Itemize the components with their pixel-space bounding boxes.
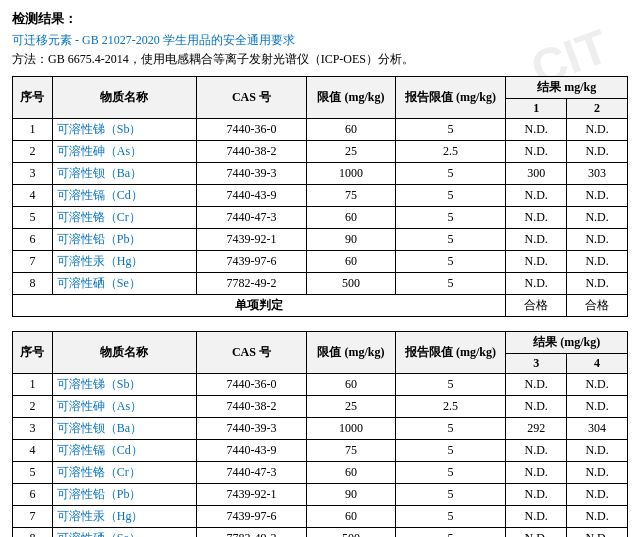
- cell-cas: 7440-43-9: [196, 440, 307, 462]
- cell-seq: 7: [13, 251, 53, 273]
- cell-cas: 7439-92-1: [196, 229, 307, 251]
- cell-seq: 8: [13, 273, 53, 295]
- cell-result-2: N.D.: [567, 119, 628, 141]
- cell-report: 5: [395, 207, 506, 229]
- table-row: 3可溶性钡（Ba）7440-39-310005292304: [13, 418, 628, 440]
- method-text: 方法：GB 6675.4-2014，使用电感耦合等离子发射光谱仪（ICP-OES…: [12, 51, 628, 68]
- footer-result-1: 合格: [506, 295, 567, 317]
- cell-report: 5: [395, 528, 506, 538]
- cell-result-2: N.D.: [567, 229, 628, 251]
- cell-cas: 7439-97-6: [196, 251, 307, 273]
- cell-result-2: N.D.: [567, 484, 628, 506]
- cell-report: 5: [395, 229, 506, 251]
- cell-result-2: N.D.: [567, 374, 628, 396]
- cell-seq: 1: [13, 119, 53, 141]
- cell-cas: 7782-49-2: [196, 273, 307, 295]
- cell-name: 可溶性砷（As）: [52, 396, 196, 418]
- cell-limit: 60: [307, 374, 395, 396]
- cell-report: 5: [395, 484, 506, 506]
- cell-result-2: 304: [567, 418, 628, 440]
- cell-limit: 75: [307, 185, 395, 207]
- cell-limit: 60: [307, 506, 395, 528]
- cell-report: 2.5: [395, 141, 506, 163]
- cell-seq: 7: [13, 506, 53, 528]
- cell-limit: 500: [307, 528, 395, 538]
- th-seq-2: 序号: [13, 332, 53, 374]
- footer-label: 单项判定: [13, 295, 506, 317]
- cell-cas: 7782-49-2: [196, 528, 307, 538]
- cell-cas: 7440-39-3: [196, 418, 307, 440]
- th-cas-1: CAS 号: [196, 77, 307, 119]
- cell-limit: 500: [307, 273, 395, 295]
- cell-result-1: N.D.: [506, 251, 567, 273]
- th-limit-1: 限值 (mg/kg): [307, 77, 395, 119]
- footer-row: 单项判定合格合格: [13, 295, 628, 317]
- cell-limit: 1000: [307, 163, 395, 185]
- cell-result-1: N.D.: [506, 273, 567, 295]
- cell-result-2: N.D.: [567, 185, 628, 207]
- cell-result-2: N.D.: [567, 273, 628, 295]
- cell-name: 可溶性钡（Ba）: [52, 418, 196, 440]
- cell-seq: 8: [13, 528, 53, 538]
- cell-name: 可溶性铅（Pb）: [52, 484, 196, 506]
- cell-report: 5: [395, 163, 506, 185]
- cell-result-1: N.D.: [506, 207, 567, 229]
- cell-seq: 2: [13, 396, 53, 418]
- cell-limit: 90: [307, 229, 395, 251]
- cell-limit: 60: [307, 207, 395, 229]
- cell-seq: 5: [13, 207, 53, 229]
- cell-result-1: N.D.: [506, 528, 567, 538]
- cell-report: 5: [395, 462, 506, 484]
- cell-limit: 1000: [307, 418, 395, 440]
- cell-name: 可溶性硒（Se）: [52, 273, 196, 295]
- cell-cas: 7440-38-2: [196, 141, 307, 163]
- th-name-2: 物质名称: [52, 332, 196, 374]
- cell-name: 可溶性铬（Cr）: [52, 462, 196, 484]
- cell-result-1: N.D.: [506, 484, 567, 506]
- cell-report: 5: [395, 185, 506, 207]
- cell-result-2: N.D.: [567, 396, 628, 418]
- cell-seq: 6: [13, 229, 53, 251]
- cell-limit: 60: [307, 251, 395, 273]
- table-row: 1可溶性锑（Sb）7440-36-0605N.D.N.D.: [13, 374, 628, 396]
- cell-result-2: 303: [567, 163, 628, 185]
- cell-seq: 5: [13, 462, 53, 484]
- cell-cas: 7440-39-3: [196, 163, 307, 185]
- cell-seq: 3: [13, 418, 53, 440]
- cell-seq: 4: [13, 185, 53, 207]
- cell-cas: 7440-38-2: [196, 396, 307, 418]
- cell-report: 5: [395, 273, 506, 295]
- standard-link: 可迁移元素 - GB 21027-2020 学生用品的安全通用要求: [12, 32, 628, 49]
- table-section-1: 序号 物质名称 CAS 号 限值 (mg/kg) 报告限值 (mg/kg) 结果…: [12, 76, 628, 317]
- cell-report: 5: [395, 418, 506, 440]
- cell-name: 可溶性砷（As）: [52, 141, 196, 163]
- th-r3: 3: [506, 354, 567, 374]
- th-name-1: 物质名称: [52, 77, 196, 119]
- cell-report: 5: [395, 251, 506, 273]
- table-row: 3可溶性钡（Ba）7440-39-310005300303: [13, 163, 628, 185]
- table-row: 8可溶性硒（Se）7782-49-25005N.D.N.D.: [13, 273, 628, 295]
- cell-limit: 25: [307, 141, 395, 163]
- cell-name: 可溶性铅（Pb）: [52, 229, 196, 251]
- footer-result-2: 合格: [567, 295, 628, 317]
- table-section-2: 序号 物质名称 CAS 号 限值 (mg/kg) 报告限值 (mg/kg) 结果…: [12, 331, 628, 537]
- table-row: 5可溶性铬（Cr）7440-47-3605N.D.N.D.: [13, 462, 628, 484]
- table-row: 7可溶性汞（Hg）7439-97-6605N.D.N.D.: [13, 251, 628, 273]
- cell-result-1: N.D.: [506, 506, 567, 528]
- result-table-1: 序号 物质名称 CAS 号 限值 (mg/kg) 报告限值 (mg/kg) 结果…: [12, 76, 628, 317]
- cell-cas: 7439-92-1: [196, 484, 307, 506]
- table-row: 6可溶性铅（Pb）7439-92-1905N.D.N.D.: [13, 229, 628, 251]
- table-row: 2可溶性砷（As）7440-38-2252.5N.D.N.D.: [13, 141, 628, 163]
- cell-seq: 3: [13, 163, 53, 185]
- cell-name: 可溶性镉（Cd）: [52, 185, 196, 207]
- table-row: 4可溶性镉（Cd）7440-43-9755N.D.N.D.: [13, 440, 628, 462]
- cell-name: 可溶性汞（Hg）: [52, 251, 196, 273]
- th-seq-1: 序号: [13, 77, 53, 119]
- cell-result-1: 292: [506, 418, 567, 440]
- result-table-2: 序号 物质名称 CAS 号 限值 (mg/kg) 报告限值 (mg/kg) 结果…: [12, 331, 628, 537]
- cell-seq: 2: [13, 141, 53, 163]
- cell-result-1: N.D.: [506, 462, 567, 484]
- cell-result-2: N.D.: [567, 440, 628, 462]
- cell-result-2: N.D.: [567, 462, 628, 484]
- cell-cas: 7440-36-0: [196, 374, 307, 396]
